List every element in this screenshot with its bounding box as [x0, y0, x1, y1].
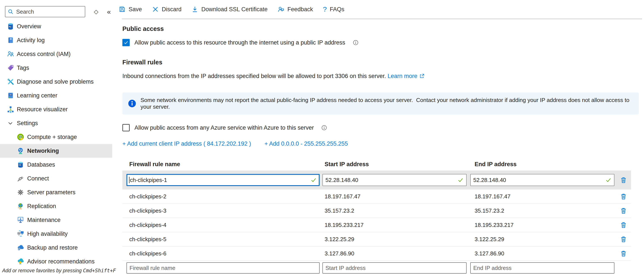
rule-name-input[interactable] [126, 174, 320, 186]
start-ip-input[interactable] [322, 174, 466, 186]
start-ip-cell: 3.122.25.29 [322, 236, 470, 243]
firewall-rules-heading: Firewall rules [122, 59, 644, 66]
sidebar-item-replication[interactable]: Replication [0, 199, 114, 213]
save-label: Save [129, 6, 142, 13]
firewall-rule-row: ch-clickpipes-3 35.157.23.2 35.157.23.2 [122, 203, 631, 218]
sidebar-item-connect[interactable]: Connect [0, 172, 114, 185]
feedback-button[interactable]: Feedback [278, 6, 313, 13]
start-ip-cell: 35.157.23.2 [322, 207, 470, 214]
sidebar-item-server-parameters[interactable]: Server parameters [0, 185, 114, 199]
discard-button[interactable]: Discard [152, 6, 182, 13]
networking-pane: Save Discard Download SSL Certificate Fe… [114, 0, 644, 274]
save-button[interactable]: Save [119, 6, 142, 13]
search-input[interactable] [16, 8, 83, 15]
info-banner-text: Some network environments may not report… [140, 97, 639, 110]
sidebar-search-box[interactable] [5, 6, 85, 17]
toolbar-divider [122, 19, 642, 19]
sidebar-item-maintenance[interactable]: Maintenance [0, 213, 114, 227]
sidebar-item-compute-storage[interactable]: $ Compute + storage [0, 130, 114, 144]
backup-restore-cloud-icon [17, 244, 24, 251]
diagnose-tools-icon [7, 78, 14, 85]
feedback-icon [278, 6, 284, 13]
firewall-rule-row: ch-clickpipes-6 3.127.86.90 3.127.86.90 [122, 246, 631, 260]
sidebar-item-label: Advisor recommendations [27, 258, 94, 265]
sidebar-item-label: Resource visualizer [17, 106, 68, 113]
column-header-rule-name: Firewall rule name [122, 161, 322, 168]
add-client-ip-link[interactable]: + Add current client IP address ( 84.172… [122, 140, 251, 147]
sidebar-item-databases[interactable]: DB Databases [0, 158, 114, 172]
end-ip-cell: 18.195.233.217 [470, 222, 618, 228]
sidebar-item-label: Compute + storage [27, 134, 77, 140]
networking-icon [17, 147, 24, 154]
column-header-start-ip: Start IP address [322, 161, 470, 168]
info-icon[interactable] [321, 125, 327, 131]
table-header-row: Firewall rule name Start IP address End … [122, 158, 631, 170]
favorites-hint: Add or remove favorites by pressing Cmd+… [2, 268, 116, 273]
learn-more-link[interactable]: Learn more [388, 73, 425, 79]
svg-text:101: 101 [9, 94, 12, 96]
delete-rule-button[interactable] [619, 234, 628, 244]
diamond-icon[interactable]: ◇ [94, 9, 98, 15]
end-ip-cell: 3.127.86.90 [470, 250, 618, 257]
delete-rule-button[interactable] [619, 191, 628, 201]
firewall-description-text: Inbound connections from the IP addresse… [122, 73, 386, 79]
sidebar-item-label: Diagnose and solve problems [17, 78, 94, 85]
start-ip-cell: 3.127.86.90 [322, 250, 470, 257]
sidebar-item-diagnose[interactable]: Diagnose and solve problems [0, 75, 114, 89]
svg-text:$: $ [20, 136, 21, 138]
replication-globe-icon [17, 202, 24, 210]
networking-content: Public access Allow public access to thi… [114, 25, 644, 274]
sidebar-item-tags[interactable]: Tags [0, 61, 114, 75]
sidebar-item-label: Databases [27, 161, 55, 168]
info-filled-icon [128, 99, 136, 108]
svg-text:My: My [9, 26, 12, 28]
sidebar-item-backup-restore[interactable]: Backup and restore [0, 241, 114, 254]
sidebar-item-networking[interactable]: Networking [0, 144, 112, 158]
public-access-checkbox[interactable] [122, 39, 130, 46]
resource-visualizer-icon [7, 106, 14, 113]
collapse-sidebar-icon[interactable]: « [107, 8, 111, 15]
favorites-hint-keys: Cmd+Shift+F [83, 268, 116, 273]
end-ip-input[interactable] [470, 174, 614, 186]
sidebar-item-activity-log[interactable]: Activity log [0, 33, 114, 47]
end-ip-cell: 3.122.25.29 [470, 236, 618, 243]
databases-icon: DB [17, 161, 24, 168]
column-header-end-ip: End IP address [470, 161, 618, 168]
faqs-label: FAQs [330, 6, 344, 13]
sidebar-item-label: Server parameters [27, 189, 76, 196]
azure-networking-page: ◇ « My Overview Activity log Access co [0, 0, 644, 274]
download-icon [192, 6, 198, 13]
firewall-description: Inbound connections from the IP addresse… [122, 73, 644, 80]
add-all-ips-link[interactable]: + Add 0.0.0.0 - 255.255.255.255 [264, 140, 348, 147]
sidebar-group-label: Settings [17, 120, 38, 127]
delete-rule-button[interactable] [619, 248, 628, 258]
sidebar-item-advisor[interactable]: Advisor recommendations [0, 254, 114, 268]
external-link-icon [419, 73, 425, 80]
faqs-button[interactable]: ? FAQs [323, 6, 344, 13]
new-start-ip-input[interactable] [322, 262, 466, 273]
sidebar-item-learning-center[interactable]: 101 Learning center [0, 89, 114, 102]
favorites-hint-text: Add or remove favorites by pressing [2, 268, 83, 273]
public-access-heading: Public access [122, 25, 644, 33]
end-ip-cell: 35.157.23.2 [470, 207, 618, 214]
discard-label: Discard [162, 6, 182, 13]
new-rule-name-input[interactable] [126, 262, 320, 273]
sidebar-nav: My Overview Activity log Access control … [0, 20, 114, 268]
info-icon[interactable] [353, 40, 359, 46]
firewall-rules-table: Firewall rule name Start IP address End … [122, 158, 631, 274]
download-ssl-button[interactable]: Download SSL Certificate [192, 6, 268, 13]
delete-rule-button[interactable] [619, 206, 628, 216]
sidebar-item-resource-visualizer[interactable]: Resource visualizer [0, 102, 114, 116]
azure-services-checkbox[interactable] [122, 124, 130, 131]
firewall-rule-edit-row [122, 170, 631, 189]
delete-rule-button[interactable] [619, 175, 628, 185]
sidebar-item-access-control[interactable]: Access control (IAM) [0, 47, 114, 61]
sidebar-group-settings[interactable]: Settings [0, 116, 114, 130]
sidebar-item-overview[interactable]: My Overview [0, 20, 114, 33]
start-ip-cell: 18.197.167.47 [322, 193, 470, 200]
sidebar-item-high-availability[interactable]: High availability [0, 227, 114, 241]
delete-rule-button[interactable] [619, 220, 628, 230]
sidebar-item-label: Learning center [17, 92, 58, 99]
chevron-down-icon [7, 120, 14, 126]
new-end-ip-input[interactable] [470, 262, 614, 273]
